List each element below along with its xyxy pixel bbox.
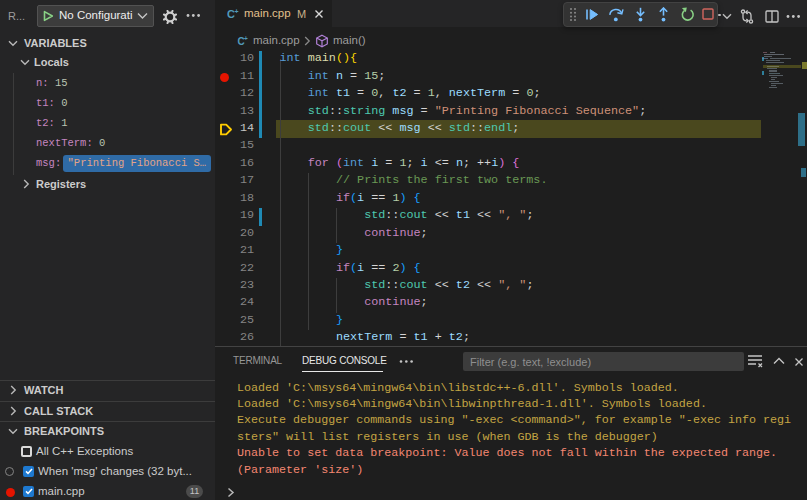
svg-text:+: + [244,35,248,42]
svg-text:+: + [235,8,239,15]
